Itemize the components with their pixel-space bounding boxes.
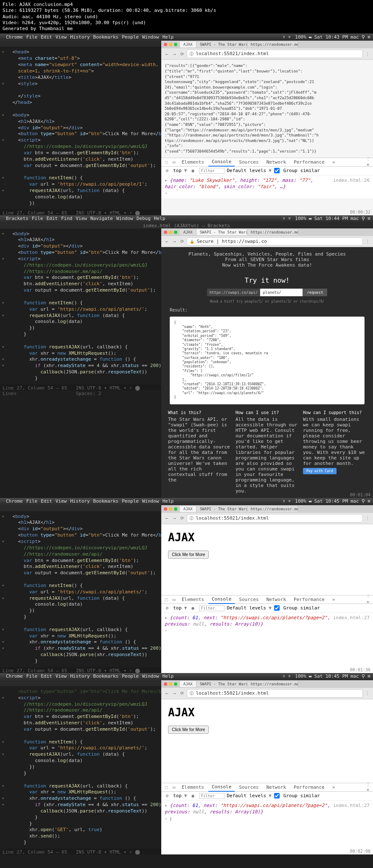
- wifi-icon[interactable]: ⚲ ᯤ: [283, 498, 293, 504]
- maximize-icon[interactable]: [174, 231, 177, 234]
- code-editor[interactable]: ▾ <head> <meta charset="utf-8"> <meta na…: [0, 47, 161, 209]
- code-editor[interactable]: ▾ <body> <h1>AJAX</h1> <div id="output">…: [0, 511, 161, 667]
- fold-icon[interactable]: ▾: [2, 695, 5, 701]
- menu-item[interactable]: Window: [142, 34, 159, 40]
- fold-icon[interactable]: ▾: [2, 300, 5, 306]
- back-icon[interactable]: ←: [164, 690, 170, 696]
- settings-icon[interactable]: ⋮ ×: [365, 156, 371, 167]
- settings-icon[interactable]: ⋮ ×: [365, 594, 371, 605]
- clock[interactable]: Sat 10:44 PM: [314, 216, 348, 221]
- menu-icon[interactable]: ⋮: [365, 690, 370, 696]
- devtools-tab[interactable]: Performance: [290, 783, 328, 791]
- menu-item[interactable]: Window: [142, 498, 159, 504]
- fold-icon[interactable]: ▾: [2, 539, 5, 545]
- levels-select[interactable]: Default levels: [227, 793, 266, 798]
- clear-icon[interactable]: ⊘: [164, 793, 171, 798]
- inspect-icon[interactable]: ⬚: [163, 159, 170, 165]
- menu-item[interactable]: Chrome: [6, 673, 23, 679]
- fold-icon[interactable]: ▾: [2, 49, 5, 56]
- clear-icon[interactable]: ⊘: [164, 605, 171, 611]
- devtools-tab[interactable]: Network: [263, 783, 289, 791]
- browser-tab[interactable]: https://randomuser.me/api/: [247, 681, 298, 687]
- browser-tab[interactable]: AJAX: [180, 42, 196, 47]
- search-icon[interactable]: ⚲ ≡: [362, 34, 370, 40]
- menu-item[interactable]: History: [70, 673, 90, 679]
- fold-icon[interactable]: ▾: [2, 188, 5, 194]
- menu-item[interactable]: People: [122, 34, 139, 40]
- menu-item[interactable]: Window: [142, 673, 159, 679]
- user[interactable]: mac: [351, 673, 359, 679]
- api-path-input[interactable]: planets/: [260, 289, 303, 296]
- minimize-icon[interactable]: [169, 682, 172, 686]
- click-me-button[interactable]: Click Me for More: [168, 551, 209, 559]
- fold-icon[interactable]: ▾: [2, 802, 5, 808]
- more-icon[interactable]: »: [329, 783, 339, 791]
- menu-item[interactable]: Edit: [41, 673, 52, 679]
- menu-item[interactable]: History: [70, 34, 90, 40]
- request-button[interactable]: request: [303, 289, 327, 296]
- browser-tab[interactable]: SWAPI - The Star Wars API: [196, 42, 247, 47]
- devtools-tab[interactable]: Performance: [290, 158, 328, 166]
- group-checkbox[interactable]: [274, 605, 280, 611]
- browser-tab[interactable]: SWAPI - The Star Wars API: [196, 681, 247, 687]
- menu-item[interactable]: File: [32, 216, 43, 221]
- menu-item[interactable]: View: [56, 34, 67, 40]
- fold-icon[interactable]: ▾: [2, 645, 5, 652]
- devtools-tab[interactable]: Sources: [236, 595, 262, 604]
- fold-icon[interactable]: ▾: [2, 356, 5, 363]
- devtools-tab[interactable]: Console: [208, 783, 235, 792]
- devtools-tab[interactable]: Network: [263, 158, 289, 166]
- filter-input[interactable]: [199, 793, 224, 799]
- close-icon[interactable]: [164, 507, 167, 511]
- search-icon[interactable]: ⚲ ≡: [362, 216, 370, 221]
- menu-item[interactable]: Debug: [137, 216, 151, 221]
- device-icon[interactable]: ▭: [171, 597, 177, 602]
- levels-select[interactable]: Default levels: [227, 605, 266, 611]
- fold-icon[interactable]: ▾: [2, 751, 5, 758]
- minimize-icon[interactable]: [169, 231, 172, 234]
- menu-item[interactable]: Chrome: [6, 498, 23, 504]
- search-icon[interactable]: ⚲ ≡: [362, 673, 370, 679]
- minimize-icon[interactable]: [169, 43, 172, 46]
- maximize-icon[interactable]: [174, 507, 177, 511]
- levels-select[interactable]: Default levels: [227, 168, 266, 173]
- fold-icon[interactable]: ▾: [2, 639, 5, 645]
- fold-icon[interactable]: ▾: [2, 81, 5, 87]
- back-icon[interactable]: ←: [164, 238, 170, 244]
- browser-tab[interactable]: https://randomuser.me/api/: [247, 506, 298, 512]
- wifi-icon[interactable]: ⚲ ᯤ: [283, 673, 293, 679]
- fold-icon[interactable]: ▾: [2, 256, 5, 262]
- devtools-tab[interactable]: Performance: [290, 595, 328, 604]
- menu-item[interactable]: History: [70, 498, 90, 504]
- editor-mode[interactable]: INS UTF-8 ▾ HTML ▾ ⚡ ⬤ Spaces: 2: [76, 385, 159, 389]
- devtools-tab[interactable]: Console: [208, 595, 235, 604]
- device-icon[interactable]: ▭: [171, 159, 177, 165]
- search-icon[interactable]: ⚲ ≡: [362, 498, 370, 504]
- editor-mode[interactable]: INS UTF-8 ▾ HTML ▾ ⚡ ⬤ Spaces: 2: [76, 210, 159, 214]
- fold-icon[interactable]: ▾: [2, 514, 5, 520]
- eye-icon[interactable]: ◉: [190, 793, 196, 798]
- menu-item[interactable]: View: [76, 216, 87, 221]
- source-link[interactable]: index.html:27: [333, 615, 370, 621]
- fold-icon[interactable]: ▾: [2, 627, 5, 633]
- devtools-tab[interactable]: Network: [263, 595, 289, 604]
- menu-item[interactable]: Navigate: [90, 216, 113, 221]
- menu-item[interactable]: Edit: [46, 216, 58, 221]
- fold-icon[interactable]: ▾: [2, 137, 5, 144]
- source-link[interactable]: index.html:26: [333, 177, 370, 184]
- close-icon[interactable]: [164, 682, 167, 686]
- reload-icon[interactable]: ⟳: [179, 51, 185, 57]
- reload-icon[interactable]: ⟳: [179, 238, 185, 244]
- reload-icon[interactable]: ⟳: [179, 690, 185, 696]
- menu-item[interactable]: Help: [163, 673, 174, 679]
- code-editor[interactable]: ▾ <body> <h1>AJAX</h1> <div id="output">…: [0, 228, 161, 384]
- fold-icon[interactable]: ▾: [2, 739, 5, 746]
- eye-icon[interactable]: ◉: [190, 168, 196, 173]
- browser-tab[interactable]: https://randomuser.me/api/: [247, 229, 298, 235]
- menu-item[interactable]: Edit: [41, 34, 52, 40]
- forward-icon[interactable]: →: [171, 238, 177, 244]
- menu-icon[interactable]: ⋮: [365, 51, 370, 57]
- pay-button[interactable]: Pay with Card: [303, 468, 337, 474]
- address-bar[interactable]: ⓘ localhost:55021/index.html: [187, 514, 363, 523]
- menu-item[interactable]: File: [26, 498, 38, 504]
